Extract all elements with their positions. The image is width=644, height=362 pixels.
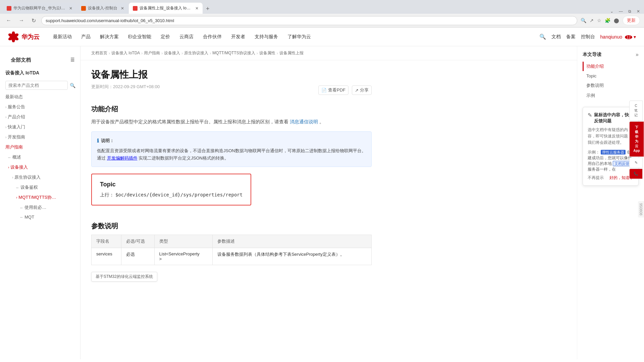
- maximize-button[interactable]: —: [619, 9, 623, 14]
- nav-item-about[interactable]: 了解华为云: [287, 33, 311, 41]
- nav-item-ei[interactable]: EI企业智能: [128, 33, 151, 41]
- nav-item-products[interactable]: 产品: [81, 33, 91, 41]
- toc-item-params[interactable]: 参数说明: [583, 81, 639, 90]
- sidebar-item-mqtt[interactable]: › MQTT/MQTTS协…: [0, 192, 80, 202]
- feedback-example: 示例： 弹性云服务器 创建成功后，您就可以像使用自己的本地 文档反馈 服务器一样…: [588, 149, 634, 172]
- toc-item-example[interactable]: 示例: [583, 91, 639, 100]
- nav-item-partner[interactable]: 合作伙伴: [203, 33, 222, 41]
- pdf-button[interactable]: 📄 查看PDF: [318, 85, 348, 95]
- sidebar-item-devguide[interactable]: › 开发指南: [0, 132, 80, 142]
- toc-item-intro[interactable]: 功能介绍: [583, 62, 639, 71]
- nav-item-pricing[interactable]: 定价: [161, 33, 170, 41]
- notes-button[interactable]: C笔记: [629, 101, 643, 121]
- breadcrumb-userguide[interactable]: 用户指南: [144, 50, 160, 56]
- sidebar-item-device-connect[interactable]: › 设备接入: [0, 162, 80, 172]
- tab-1[interactable]: 华为云物联网平台_华为云IoT平… ✕: [3, 3, 76, 14]
- breadcrumb-native[interactable]: 原生协议接入: [184, 50, 208, 56]
- breadcrumb-mqtt[interactable]: MQTT/MQTTS协议接入: [212, 50, 255, 56]
- forward-button[interactable]: →: [17, 17, 26, 24]
- sidebar-item-auth[interactable]: – 设备鉴权: [0, 182, 80, 192]
- breadcrumb-home[interactable]: 文档首页: [91, 50, 107, 56]
- address-input[interactable]: [41, 16, 577, 25]
- new-tab-button[interactable]: +: [203, 4, 212, 14]
- tab-favicon-2: [81, 6, 86, 11]
- sidebar-menu-icon[interactable]: ☰: [70, 57, 75, 62]
- share-icon: ↗: [355, 88, 359, 93]
- sidebar-item-news[interactable]: 最新动态: [0, 92, 80, 102]
- feedback-highlight2: 文档反馈: [613, 161, 631, 166]
- tab-close-3[interactable]: ✕: [195, 6, 199, 11]
- article-actions: 📄 查看PDF ↗ 分享: [318, 85, 372, 95]
- breadcrumb-deviceconnect[interactable]: 设备接入: [164, 50, 180, 56]
- arrow-icon: ›: [16, 196, 17, 199]
- tab-close-2[interactable]: ✕: [121, 6, 124, 11]
- nav-search-icon[interactable]: 🔍: [539, 34, 546, 40]
- sep: ›: [181, 51, 183, 56]
- th-desc: 参数描述: [213, 235, 372, 248]
- nav-item-activities[interactable]: 最新活动: [53, 33, 72, 41]
- nav-item-marketplace[interactable]: 云商店: [179, 33, 194, 41]
- info-box: ℹ 说明： 低配置且资源受限或者对网络流量有要求的设备，不适合直接构造JSON数…: [91, 131, 372, 167]
- tab-label-3: 设备属性上报_设备接入 IoTDA_…: [140, 5, 192, 11]
- sidebar-item-native-protocol[interactable]: › 原生协议接入: [0, 172, 80, 182]
- toc-expand-icon[interactable]: »: [636, 52, 639, 58]
- share-icon[interactable]: ↗: [590, 18, 594, 23]
- breadcrumb-props[interactable]: 设备属性: [259, 50, 275, 56]
- info-icon: ℹ: [97, 136, 99, 145]
- nav-console[interactable]: 控制台: [581, 34, 595, 40]
- sidebar-search-icon[interactable]: 🔍: [70, 83, 75, 88]
- bookmark-icon[interactable]: ☆: [597, 18, 601, 23]
- update-button[interactable]: 更新: [623, 16, 640, 25]
- sidebar-item-quickstart[interactable]: › 快速入门: [0, 122, 80, 132]
- sidebar-all-docs[interactable]: 全部文档: [5, 54, 36, 65]
- td-type: List<ServiceProperty>: [154, 248, 213, 265]
- tooltip-area: 基于STM32的绿化云端监控系统: [91, 272, 372, 282]
- nav-record[interactable]: 备案: [566, 34, 576, 40]
- topic-box: Topic 上行： $oc/devices/{device_id}/sys/pr…: [91, 174, 251, 205]
- topic-title: Topic: [100, 181, 243, 188]
- search-icon[interactable]: 🔍: [581, 18, 586, 23]
- nav-item-solutions[interactable]: 解决方案: [100, 33, 119, 41]
- dash-icon: –: [20, 205, 22, 210]
- side-number: 950808: [638, 201, 644, 218]
- share-button[interactable]: ↗ 分享: [352, 85, 372, 95]
- sidebar-item-overview[interactable]: – 概述: [0, 152, 80, 162]
- feedback-icon: ✎: [588, 112, 592, 118]
- tab-3[interactable]: 设备属性上报_设备接入 IoTDA_… ✕: [129, 3, 203, 14]
- dash-icon: –: [16, 185, 18, 190]
- phone-button[interactable]: 📞: [629, 169, 643, 179]
- feedback-button[interactable]: ✎: [629, 158, 643, 168]
- nav-user[interactable]: hanqiunuo 12 ▾: [600, 34, 636, 40]
- arrow-icon: ›: [5, 135, 6, 139]
- toc-item-topic[interactable]: Topic: [583, 72, 639, 80]
- tab-close-1[interactable]: ✕: [69, 6, 72, 11]
- nav-item-developer[interactable]: 开发者: [231, 33, 245, 41]
- right-sidebar-toc: 本文导读 » 功能介绍 Topic 参数说明 示例 ✎ 鼠标选中内容，快速反馈问…: [577, 46, 644, 359]
- intro-link[interactable]: 消息通信说明: [290, 119, 318, 124]
- info-link[interactable]: 开发编解码插件: [107, 156, 138, 161]
- close-window-button[interactable]: ✕: [637, 9, 640, 14]
- sep: ›: [161, 51, 163, 56]
- refresh-button[interactable]: ↻: [30, 17, 38, 24]
- th-field: 字段名: [92, 235, 121, 248]
- th-type: 类型: [154, 235, 213, 248]
- restore-button[interactable]: ⧉: [628, 9, 631, 14]
- tab-label-1: 华为云物联网平台_华为云IoT平…: [13, 5, 66, 11]
- back-button[interactable]: ←: [4, 17, 13, 24]
- sidebar-item-mqt[interactable]: – MQT: [0, 213, 80, 222]
- sidebar-item-prereq[interactable]: – 使用前必…: [0, 202, 80, 213]
- logo: 华为云: [8, 32, 40, 42]
- tab-2[interactable]: 设备接入-控制台 ✕: [77, 3, 128, 14]
- sep: ›: [109, 51, 110, 56]
- download-app-button[interactable]: 下载华为云App: [629, 121, 644, 157]
- sidebar-item-announcements[interactable]: › 服务公告: [0, 102, 80, 112]
- sidebar-search-input[interactable]: [5, 81, 68, 90]
- minimize-button[interactable]: ⌄: [610, 9, 613, 14]
- sidebar-item-userguide[interactable]: 用户指南: [0, 142, 80, 152]
- nav-item-support[interactable]: 支持与服务: [255, 33, 278, 41]
- extensions-icon[interactable]: 🧩: [605, 18, 610, 23]
- nav-docs[interactable]: 文档: [551, 34, 561, 40]
- breadcrumb-iotda[interactable]: 设备接入 IoTDA: [111, 50, 140, 56]
- no-remind-button[interactable]: 不再提示: [588, 175, 604, 181]
- sidebar-item-product-intro[interactable]: › 产品介绍: [0, 112, 80, 122]
